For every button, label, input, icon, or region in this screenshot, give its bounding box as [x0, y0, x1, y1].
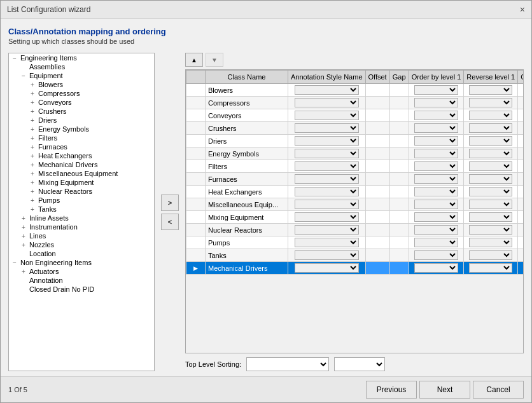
annotation-dropdown[interactable]	[295, 187, 359, 196]
rev1-cell-dropdown[interactable]	[469, 174, 512, 184]
annotation-dropdown[interactable]	[295, 250, 359, 260]
rev1-cell-dropdown[interactable]	[469, 111, 512, 120]
tree-expander[interactable]: +	[19, 215, 28, 222]
rev1-cell[interactable]	[464, 262, 518, 275]
annotation-cell[interactable]	[288, 84, 366, 97]
order1-cell-dropdown[interactable]	[414, 250, 459, 260]
annotation-cell[interactable]	[288, 160, 366, 173]
table-row[interactable]: Miscellaneous Equip...	[186, 198, 524, 211]
order2-cell[interactable]	[518, 211, 524, 224]
annotation-cell[interactable]	[288, 109, 366, 122]
order1-cell[interactable]	[409, 224, 464, 236]
rev1-cell-dropdown[interactable]	[469, 250, 512, 260]
tree-expander[interactable]: +	[28, 108, 37, 115]
order1-cell[interactable]	[409, 198, 464, 211]
tree-expander[interactable]: +	[19, 224, 28, 231]
rev1-cell-dropdown[interactable]	[469, 212, 512, 222]
annotation-cell[interactable]	[288, 147, 366, 160]
rev1-cell-dropdown[interactable]	[469, 98, 512, 107]
order2-cell-dropdown[interactable]	[523, 123, 524, 133]
tree-item-mechanical-drivers[interactable]: +Mechanical Drivers	[9, 160, 154, 169]
rev1-cell[interactable]	[464, 122, 518, 135]
order2-cell[interactable]	[518, 160, 524, 173]
tree-expander[interactable]: +	[28, 117, 37, 124]
tree-item-closed-drain-no-pid[interactable]: Closed Drain No PID	[9, 285, 154, 294]
order1-cell[interactable]	[409, 236, 464, 249]
order2-cell-dropdown[interactable]	[523, 136, 524, 146]
previous-button[interactable]: Previous	[366, 381, 417, 399]
tree-item-nozzles[interactable]: +Nozzles	[9, 240, 154, 249]
tree-item-heat-exchangers[interactable]: +Heat Exchangers	[9, 151, 154, 160]
order1-cell[interactable]	[409, 173, 464, 186]
order2-cell-dropdown[interactable]	[523, 250, 524, 260]
sort-select-2[interactable]	[334, 357, 385, 371]
order1-cell-dropdown[interactable]	[414, 238, 459, 247]
tree-expander[interactable]: +	[19, 233, 28, 240]
tree-expander[interactable]: +	[28, 161, 37, 168]
annotation-dropdown[interactable]	[295, 136, 359, 146]
cancel-button[interactable]: Cancel	[473, 381, 524, 399]
annotation-dropdown[interactable]	[295, 225, 359, 235]
rev1-cell-dropdown[interactable]	[469, 238, 512, 247]
tree-item-compressors[interactable]: +Compressors	[9, 89, 154, 98]
order1-cell-dropdown[interactable]	[414, 85, 459, 95]
order1-cell-dropdown[interactable]	[414, 111, 459, 120]
order1-cell-dropdown[interactable]	[414, 149, 459, 158]
order2-cell[interactable]	[518, 186, 524, 198]
order1-cell-dropdown[interactable]	[414, 187, 459, 196]
order1-cell-dropdown[interactable]	[414, 123, 459, 133]
order1-cell[interactable]	[409, 186, 464, 198]
rev1-cell-dropdown[interactable]	[469, 161, 512, 171]
order2-cell-dropdown[interactable]	[523, 149, 524, 158]
rev1-cell-dropdown[interactable]	[469, 200, 512, 209]
tree-item-non-engineering-items[interactable]: −Non Engineering Items	[9, 258, 154, 267]
rev1-cell[interactable]	[464, 97, 518, 109]
table-row[interactable]: Filters	[186, 160, 524, 173]
rev1-cell[interactable]	[464, 173, 518, 186]
annotation-cell[interactable]	[288, 249, 366, 262]
tree-item-energy-symbols[interactable]: +Energy Symbols	[9, 125, 154, 133]
tree-item-conveyors[interactable]: +Conveyors	[9, 98, 154, 107]
annotation-cell[interactable]	[288, 122, 366, 135]
order2-cell-dropdown[interactable]	[523, 85, 524, 95]
order1-cell[interactable]	[409, 249, 464, 262]
annotation-cell[interactable]	[288, 224, 366, 236]
order2-cell[interactable]	[518, 236, 524, 249]
annotation-cell[interactable]	[288, 135, 366, 147]
tree-expander[interactable]: +	[28, 206, 37, 213]
annotation-cell[interactable]	[288, 211, 366, 224]
annotation-dropdown[interactable]	[295, 85, 359, 95]
move-down-button[interactable]: ▼	[206, 53, 223, 67]
order1-cell-dropdown[interactable]	[414, 174, 459, 184]
order2-cell-dropdown[interactable]	[523, 174, 524, 184]
order2-cell-dropdown[interactable]	[523, 225, 524, 235]
close-button[interactable]: ×	[520, 4, 525, 15]
order1-cell[interactable]	[409, 109, 464, 122]
tree-item-engineering-items[interactable]: −Engineering Items	[9, 53, 154, 62]
tree-expander[interactable]: +	[19, 242, 28, 249]
tree-expander[interactable]: +	[28, 170, 37, 177]
tree-item-mixing-equipment[interactable]: +Mixing Equipment	[9, 178, 154, 187]
order2-cell-dropdown[interactable]	[523, 263, 524, 273]
table-row[interactable]: ▶Mechanical Drivers	[186, 262, 524, 275]
order1-cell-dropdown[interactable]	[414, 263, 459, 273]
order2-cell[interactable]	[518, 224, 524, 236]
tree-item-blowers[interactable]: +Blowers	[9, 80, 154, 89]
order2-cell[interactable]	[518, 97, 524, 109]
annotation-dropdown[interactable]	[295, 263, 359, 273]
order2-cell[interactable]	[518, 109, 524, 122]
order2-cell[interactable]	[518, 84, 524, 97]
order2-cell[interactable]	[518, 122, 524, 135]
tree-expander[interactable]: +	[28, 197, 37, 204]
annotation-dropdown[interactable]	[295, 238, 359, 247]
order1-cell[interactable]	[409, 84, 464, 97]
rev1-cell[interactable]	[464, 224, 518, 236]
tree-item-crushers[interactable]: +Crushers	[9, 107, 154, 116]
rev1-cell-dropdown[interactable]	[469, 123, 512, 133]
order2-cell-dropdown[interactable]	[523, 161, 524, 171]
annotation-dropdown[interactable]	[295, 98, 359, 107]
tree-item-filters[interactable]: +Filters	[9, 133, 154, 142]
tree-expander[interactable]: +	[28, 126, 37, 133]
tree-item-tanks[interactable]: +Tanks	[9, 205, 154, 214]
add-button[interactable]: >	[161, 195, 179, 211]
